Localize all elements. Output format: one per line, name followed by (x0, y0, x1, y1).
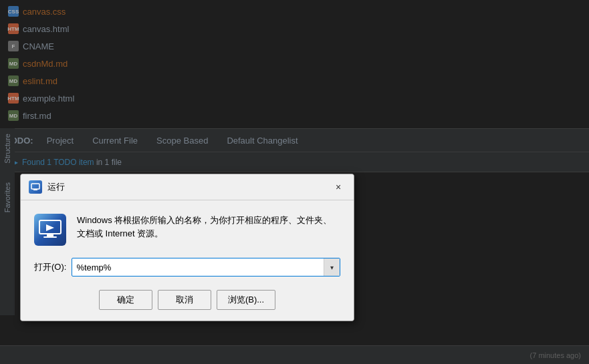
dialog-input-label: 打开(O): (34, 261, 66, 273)
dialog-title-left: 运行 (29, 180, 65, 194)
svg-rect-0 (31, 184, 39, 189)
svg-rect-1 (33, 189, 37, 190)
dialog-ok-button[interactable]: 确定 (99, 290, 152, 310)
dialog-input-row: 打开(O): ▾ (34, 258, 340, 277)
dialog-input-wrapper[interactable]: ▾ (72, 258, 340, 277)
dialog-message-text: Windows 将根据你所输入的名称，为你打开相应的程序、文件夹、文档或 Int… (77, 214, 340, 240)
run-dialog: 运行 × Windows 将根据你所 (20, 174, 354, 321)
dialog-title-icon (29, 180, 42, 194)
svg-rect-4 (43, 236, 57, 238)
svg-marker-5 (46, 224, 54, 231)
dialog-dropdown-button[interactable]: ▾ (324, 258, 340, 276)
dialog-open-input[interactable] (72, 260, 324, 275)
dialog-buttons: 确定 取消 浏览(B)... (34, 290, 340, 310)
svg-rect-3 (47, 234, 53, 236)
dialog-titlebar: 运行 × (21, 174, 354, 200)
dialog-browse-button[interactable]: 浏览(B)... (217, 290, 275, 310)
dialog-cancel-button[interactable]: 取消 (158, 290, 211, 310)
dialog-close-button[interactable]: × (331, 180, 346, 194)
dialog-title-text: 运行 (47, 181, 65, 193)
dialog-body: Windows 将根据你所输入的名称，为你打开相应的程序、文件夹、文档或 Int… (21, 200, 354, 321)
dialog-run-icon (34, 214, 66, 246)
dialog-message-row: Windows 将根据你所输入的名称，为你打开相应的程序、文件夹、文档或 Int… (34, 214, 340, 246)
